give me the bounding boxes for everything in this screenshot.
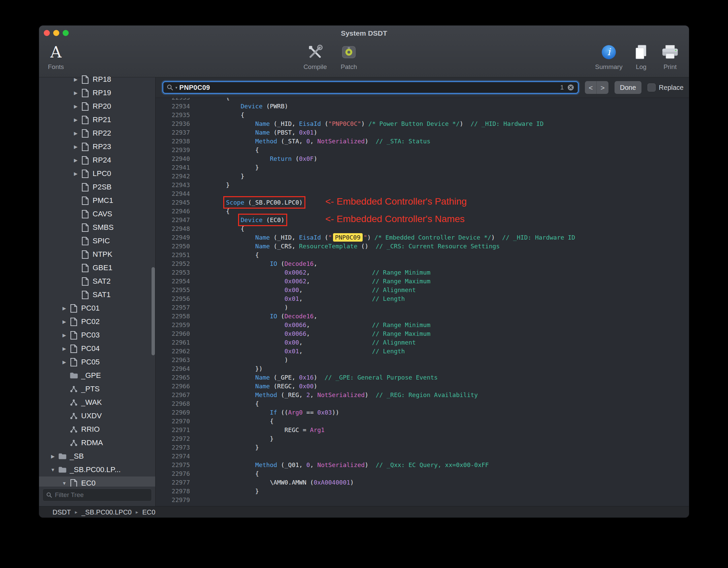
print-button[interactable]: Print [657,40,684,76]
breadcrumb-separator: ▸ [75,509,77,515]
sidebar-item-ec0[interactable]: ▼EC0 [39,476,155,487]
sidebar-item-pc05[interactable]: ▶PC05 [39,355,155,369]
sidebar-item--wak[interactable]: _WAK [39,396,155,409]
sidebar-item-pc01[interactable]: ▶PC01 [39,301,155,315]
disclosure-down-icon[interactable]: ▼ [60,481,69,486]
disclosure-right-icon[interactable]: ▶ [60,319,69,324]
sidebar-item-pc03[interactable]: ▶PC03 [39,328,155,342]
sidebar-item-gbe1[interactable]: GBE1 [39,261,155,275]
sidebar-item-sat2[interactable]: SAT2 [39,275,155,288]
disclosure-right-icon[interactable]: ▶ [71,90,80,96]
line-number: 22950 [156,242,190,251]
line-number: 22962 [156,347,190,356]
disclosure-right-icon[interactable]: ▶ [48,454,57,459]
sidebar-item-smbs[interactable]: SMBS [39,221,155,234]
sidebar-item-rp19[interactable]: ▶RP19 [39,86,155,100]
sidebar-item-rp20[interactable]: ▶RP20 [39,100,155,113]
disclosure-right-icon[interactable]: ▶ [71,144,80,149]
doc-icon [80,277,90,286]
line-number: 22955 [156,286,190,294]
sidebar-item-label: RP22 [93,129,111,138]
sidebar-item--pts[interactable]: _PTS [39,382,155,396]
disclosure-right-icon[interactable]: ▶ [71,157,80,163]
line-number: 22947 [156,216,190,224]
code-line: 22962 0x01, // Length [156,347,689,356]
sidebar-item-label: PC05 [81,358,100,366]
patch-button[interactable]: Patch [332,40,366,76]
find-nav-buttons: < > [585,81,608,94]
sidebar-item-lpc0[interactable]: ▶LPC0 [39,167,155,180]
summary-button[interactable]: i Summary [592,40,626,76]
sidebar-item-sat1[interactable]: SAT1 [39,288,155,301]
doc-icon [80,210,90,219]
breadcrumb-segment[interactable]: DSDT [53,508,71,516]
sidebar-item--sb-pc00-lp-[interactable]: ▼_SB.PC00.LP... [39,463,155,476]
disclosure-right-icon[interactable]: ▶ [71,77,80,82]
replace-checkbox[interactable] [648,83,656,92]
find-next-button[interactable]: > [597,81,608,94]
sidebar-item-rp18[interactable]: ▶RP18 [39,73,155,86]
code-line: 22967 Method (_REG, 2, NotSerialized) //… [156,391,689,399]
sidebar-item-ntpk[interactable]: NTPK [39,248,155,261]
line-number: 22960 [156,329,190,338]
doc-icon [80,290,90,299]
doc-icon [80,223,90,232]
code-line: 22939 { [156,146,689,154]
line-number: 22939 [156,146,190,154]
code-line: 22936 Name (_HID, EisaId ("PNP0C0C") /* … [156,119,689,128]
disclosure-right-icon[interactable]: ▶ [60,359,69,365]
doc-icon [69,304,79,313]
desktop: System DSDT A Fonts Compile [0,0,728,568]
sidebar-item-pc04[interactable]: ▶PC04 [39,342,155,355]
sidebar-item-rdma[interactable]: RDMA [39,436,155,450]
sidebar-item-rp22[interactable]: ▶RP22 [39,127,155,140]
sidebar-item-p2sb[interactable]: P2SB [39,180,155,194]
toolbar-right-group: i Summary Log [592,40,684,76]
line-number: 22942 [156,172,190,181]
disclosure-right-icon[interactable]: ▶ [60,332,69,338]
sidebar-item-label: RRIO [81,425,100,434]
sidebar-item-rp24[interactable]: ▶RP24 [39,153,155,167]
search-input[interactable]: ▾ PNP0C09 1 [162,81,579,94]
sidebar-item-spic[interactable]: SPIC [39,234,155,248]
sidebar-item-rrio[interactable]: RRIO [39,423,155,436]
sidebar-item-pmc1[interactable]: PMC1 [39,194,155,207]
fonts-button[interactable]: A Fonts [39,40,73,76]
annotation-text: <- Embedded Controller's Pathing [325,197,467,206]
sidebar-item-rp21[interactable]: ▶RP21 [39,113,155,127]
code-line: 22973 } [156,443,689,452]
clear-search-icon[interactable] [567,84,574,91]
log-button[interactable]: Log [628,40,655,76]
search-options-chevron-icon[interactable]: ▾ [175,85,177,90]
method-icon [69,412,79,420]
doc-icon [80,129,90,138]
line-number: 22972 [156,434,190,443]
sidebar-scrollbar[interactable] [152,267,155,355]
window-header: System DSDT A Fonts Compile [39,26,689,77]
find-previous-button[interactable]: < [585,81,597,94]
window-title: System DSDT [39,26,689,41]
sidebar-item--sb[interactable]: ▶_SB [39,450,155,463]
line-number: 22933 [156,98,190,102]
sidebar-item-pc02[interactable]: ▶PC02 [39,315,155,328]
sidebar-item-rp23[interactable]: ▶RP23 [39,140,155,153]
disclosure-right-icon[interactable]: ▶ [71,131,80,136]
disclosure-down-icon[interactable]: ▼ [48,467,57,472]
disclosure-right-icon[interactable]: ▶ [60,346,69,351]
disclosure-right-icon[interactable]: ▶ [71,117,80,122]
filter-tree-input[interactable]: Filter Tree [42,489,152,501]
sidebar-item-uxdv[interactable]: UXDV [39,409,155,423]
code-editor[interactable]: 22933 {22934 Device (PWRB)22935 {22936 N… [156,98,689,506]
sidebar-item-label: RP21 [93,115,111,124]
compile-button[interactable]: Compile [298,40,332,76]
sidebar-item--gpe[interactable]: _GPE [39,369,155,382]
disclosure-right-icon[interactable]: ▶ [71,171,80,176]
sidebar-item-label: _GPE [81,371,101,380]
breadcrumb-segment[interactable]: EC0 [142,508,156,516]
code-line: 22979 [156,496,689,504]
done-button[interactable]: Done [615,81,641,94]
breadcrumb-segment[interactable]: _SB.PC00.LPC0 [81,508,132,516]
disclosure-right-icon[interactable]: ▶ [60,306,69,311]
sidebar-item-cavs[interactable]: CAVS [39,207,155,221]
disclosure-right-icon[interactable]: ▶ [71,104,80,109]
